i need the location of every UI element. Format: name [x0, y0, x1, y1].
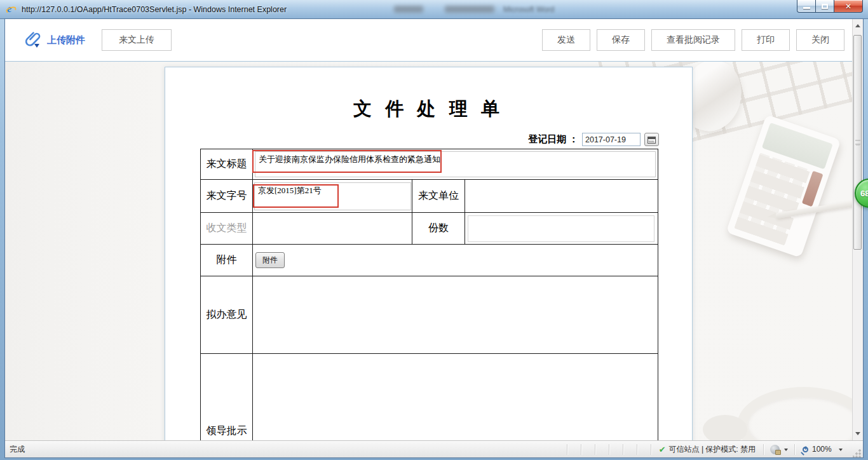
- photo-saucer: [737, 387, 852, 440]
- vertical-scrollbar[interactable]: [852, 19, 863, 440]
- security-zone-panel: ✔ 可信站点 | 保护模式: 禁用: [651, 441, 763, 457]
- register-date-input[interactable]: [582, 133, 641, 146]
- document-title: 文 件 处 理 单: [165, 97, 692, 122]
- trusted-check-icon: ✔: [659, 445, 666, 454]
- browser-window: e http://127.0.0.1/OAapp/HtTrace0703Serv…: [0, 0, 868, 460]
- copies-label: 份数: [412, 213, 465, 245]
- table-row: 收文类型 份数: [201, 213, 658, 245]
- arrow-up-icon: [855, 22, 860, 27]
- receive-type-cell: [253, 213, 412, 245]
- arrow-down-icon: [855, 432, 860, 438]
- photo-cup: [703, 415, 747, 440]
- attachment-button[interactable]: 附件: [255, 252, 285, 268]
- title-bar[interactable]: e http://127.0.0.1/OAapp/HtTrace0703Serv…: [0, 0, 868, 19]
- incoming-unit-cell: [465, 180, 658, 213]
- document-form-table: 来文标题 关于迎接南京保监办保险信用体系检查的紧急通知 来文字号 京发[2015…: [200, 149, 658, 440]
- maximize-button[interactable]: [815, 0, 834, 13]
- toolbar-actions: 发送 保存 查看批阅记录 打印 关闭: [542, 29, 844, 51]
- window-title: http://127.0.0.1/OAapp/HtTrace0703Servle…: [22, 5, 287, 14]
- calendar-picker-button[interactable]: [644, 133, 659, 146]
- scrollbar-thumb[interactable]: [853, 35, 862, 250]
- table-row: 拟办意见: [201, 276, 658, 354]
- doc-number-label: 来文字号: [201, 180, 253, 213]
- doc-number-input[interactable]: 京发[2015]第21号: [254, 182, 411, 210]
- status-text: 完成: [5, 444, 567, 455]
- table-row: 来文字号 京发[2015]第21号 来文单位: [201, 180, 658, 213]
- background-window-title: Microsoft Word: [503, 5, 554, 14]
- zoom-control[interactable]: 100%: [795, 441, 849, 457]
- security-zone-text: 可信站点 | 保护模式: 禁用: [669, 444, 756, 455]
- table-row: 领导批示: [201, 354, 658, 441]
- magnifier-icon: [803, 447, 808, 452]
- page-content: 文 件 处 理 单 登记日期 ： 来文标题 关于迎接南京保监办保险信: [5, 62, 852, 440]
- table-row: 来文标题 关于迎接南京保监办保险信用体系检查的紧急通知: [201, 149, 658, 180]
- badge-count: 68: [856, 189, 868, 198]
- opinion-cell: [253, 276, 658, 354]
- window-controls: ✕: [797, 0, 863, 13]
- minimize-button[interactable]: [797, 0, 816, 13]
- attachment-label: 附件: [201, 245, 253, 276]
- register-date-row: 登记日期 ：: [528, 133, 659, 146]
- calendar-icon: [648, 137, 656, 144]
- leader-comment-cell: [253, 354, 658, 441]
- opinion-label: 拟办意见: [201, 276, 253, 354]
- incoming-upload-button[interactable]: 来文上传: [102, 29, 172, 51]
- chevron-down-icon: [839, 449, 843, 453]
- save-button[interactable]: 保存: [597, 29, 645, 51]
- send-button[interactable]: 发送: [542, 29, 590, 51]
- view-review-records-button[interactable]: 查看批阅记录: [651, 29, 735, 51]
- window-body: 上传附件 来文上传 发送 保存 查看批阅记录 打印 关闭: [5, 19, 863, 457]
- leader-comment-label: 领导批示: [201, 354, 253, 441]
- incoming-title-input[interactable]: 关于迎接南京保监办保险信用体系检查的紧急通知: [255, 151, 656, 177]
- table-row: 附件 附件: [201, 245, 658, 276]
- incoming-title-label: 来文标题: [201, 149, 253, 180]
- close-window-button[interactable]: ✕: [834, 0, 863, 13]
- status-bar: 完成 ✔ 可信站点 | 保护模式: 禁用 100%: [5, 440, 863, 457]
- photo-calculator: [726, 114, 841, 258]
- zoom-level: 100%: [812, 445, 835, 454]
- scroll-up-button[interactable]: [853, 20, 863, 31]
- register-date-label: 登记日期 ：: [528, 133, 578, 145]
- scroll-down-button[interactable]: [853, 428, 863, 439]
- toolbar: 上传附件 来文上传 发送 保存 查看批阅记录 打印 关闭: [5, 19, 852, 62]
- receive-type-label: 收文类型: [201, 213, 253, 245]
- ie-icon: e: [6, 4, 17, 15]
- print-button[interactable]: 打印: [742, 29, 790, 51]
- resize-grip[interactable]: [853, 449, 862, 457]
- document-sheet: 文 件 处 理 单 登记日期 ： 来文标题 关于迎接南京保监办保险信: [165, 67, 693, 440]
- protected-mode-control[interactable]: [764, 441, 794, 457]
- chevron-down-icon: [784, 449, 788, 453]
- paperclip-upload-icon: [25, 30, 42, 50]
- globe-lock-icon: [770, 445, 780, 454]
- close-page-button[interactable]: 关闭: [796, 29, 844, 51]
- background-window-ghost: [394, 6, 423, 13]
- upload-attachment-label: 上传附件: [47, 34, 85, 46]
- copies-input[interactable]: [468, 215, 654, 242]
- background-window-ghost: [445, 6, 494, 13]
- incoming-unit-label: 来文单位: [412, 180, 465, 213]
